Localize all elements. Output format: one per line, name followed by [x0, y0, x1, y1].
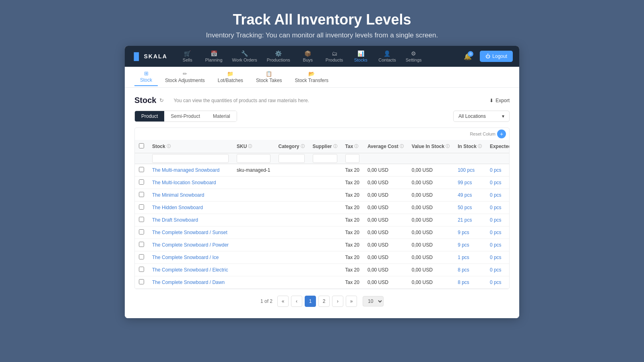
row-supplier-cell — [309, 239, 341, 251]
table-row: The Draft Snowboard Tax 20 0,00 USD 0,00… — [135, 214, 510, 226]
sub-nav-stock[interactable]: ⊞ Stock — [134, 68, 158, 86]
filter-sku-input[interactable] — [237, 154, 270, 163]
row-tax-cell: Tax 20 — [341, 264, 363, 276]
reset-columns-label[interactable]: Reset Colum — [470, 132, 495, 136]
app-container: ▐▌ SKALA 🛒 Sells 📅 Planning 🔧 Work Order… — [125, 46, 519, 318]
row-checkbox-3[interactable] — [139, 204, 144, 210]
row-product-link[interactable]: The Complete Snowboard / Ice — [152, 255, 219, 260]
refresh-icon[interactable]: ↻ — [159, 97, 164, 103]
row-checkbox-0[interactable] — [139, 167, 144, 172]
row-product-link[interactable]: The Complete Snowboard / Electric — [152, 267, 228, 273]
row-checkbox-2[interactable] — [139, 192, 144, 197]
page-last-button[interactable]: » — [346, 296, 357, 307]
per-page-select[interactable]: 10 20 50 — [363, 296, 384, 306]
row-checkbox-7[interactable] — [139, 254, 144, 259]
row-checkbox-4[interactable] — [139, 217, 144, 222]
sub-nav-stock-takes[interactable]: 📋 Stock Takes — [250, 68, 287, 86]
nav-item-products[interactable]: 🗂 Products — [322, 48, 347, 65]
logout-button[interactable]: ⏻ Logout — [480, 51, 513, 62]
row-value-in-stock-cell: 0,00 USD — [408, 214, 454, 226]
row-product-link[interactable]: The Multi-managed Snowboard — [152, 167, 219, 173]
nav-item-planning[interactable]: 📅 Planning — [201, 48, 227, 65]
sub-nav-stock-label: Stock — [140, 77, 152, 83]
nav-item-productions[interactable]: ⚙️ Productions — [263, 48, 294, 65]
row-product-link[interactable]: The Complete Snowboard / Sunset — [152, 230, 227, 235]
lot-batches-subnav-icon: 📁 — [227, 71, 233, 77]
row-value-in-stock-cell: 0,00 USD — [408, 189, 454, 202]
row-product-link[interactable]: The Complete Snowboard / Powder — [152, 242, 229, 248]
hero-subtitle: Inventory Tracking: You can monitor all … — [206, 31, 438, 39]
stock-transfers-subnav-icon: 📂 — [308, 71, 315, 77]
row-in-stock-cell: 1 pcs — [454, 251, 486, 264]
nav-item-sells[interactable]: 🛒 Sells — [175, 48, 200, 65]
row-in-stock-cell: 21 pcs — [454, 214, 486, 226]
row-checkbox-1[interactable] — [139, 179, 144, 185]
select-all-checkbox[interactable] — [139, 143, 144, 148]
row-checkbox-cell — [135, 214, 148, 226]
nav-item-work-orders[interactable]: 🔧 Work Orders — [228, 48, 261, 65]
row-tax-cell: Tax 20 — [341, 239, 363, 251]
row-checkbox-5[interactable] — [139, 229, 144, 234]
row-product-link[interactable]: The Hidden Snowboard — [152, 205, 203, 210]
row-product-link[interactable]: The Draft Snowboard — [152, 217, 198, 223]
filter-stock-input[interactable] — [152, 154, 229, 163]
row-avg-cost-cell: 0,00 USD — [363, 202, 408, 214]
stock-takes-subnav-icon: 📋 — [266, 71, 272, 77]
nav-item-stocks[interactable]: 📊 Stocks — [349, 48, 373, 65]
row-sku-cell — [233, 202, 274, 214]
row-checkbox-6[interactable] — [139, 242, 144, 247]
row-checkbox-8[interactable] — [139, 267, 144, 272]
contacts-icon: 👤 — [384, 50, 390, 57]
page-next-button[interactable]: › — [332, 296, 343, 307]
export-button[interactable]: ⬇ Export — [489, 98, 510, 103]
tab-semi-product[interactable]: Semi-Product — [164, 111, 206, 121]
row-avg-cost-cell: 0,00 USD — [363, 214, 408, 226]
row-tax-cell: Tax 20 — [341, 276, 363, 289]
nav-item-settings[interactable]: ⚙ Settings — [402, 48, 426, 65]
row-supplier-cell — [309, 214, 341, 226]
row-product-link[interactable]: The Minimal Snowboard — [152, 192, 204, 198]
row-tax-cell: Tax 20 — [341, 189, 363, 202]
stock-title: Stock — [134, 96, 156, 105]
sub-nav-adjustments[interactable]: ✏ Stock Adjustments — [159, 68, 211, 86]
row-tax-cell: Tax 20 — [341, 164, 363, 177]
row-expected-cell: 0 pcs — [486, 276, 510, 289]
nav-item-contacts[interactable]: 👤 Contacts — [374, 48, 400, 65]
header-expected: Expected ⓘ — [486, 140, 510, 153]
row-name-cell: The Complete Snowboard / Dawn — [148, 276, 233, 289]
table-row: The Multi-managed Snowboard sku-managed-… — [135, 164, 510, 177]
tax-info-icon: ⓘ — [354, 144, 358, 149]
sub-nav-stock-transfers[interactable]: 📂 Stock Transfers — [289, 68, 334, 86]
page-first-button[interactable]: « — [277, 296, 289, 307]
filter-category-input[interactable] — [279, 154, 305, 163]
work-orders-icon: 🔧 — [241, 50, 248, 57]
filter-supplier-input[interactable] — [313, 154, 337, 163]
row-checkbox-cell — [135, 251, 148, 264]
table-filter-inputs-row — [135, 153, 510, 164]
tab-product[interactable]: Product — [135, 111, 164, 121]
row-product-link[interactable]: The Complete Snowboard / Dawn — [152, 280, 225, 285]
row-checkbox-cell — [135, 202, 148, 214]
header-in-stock: In Stock ⓘ — [454, 140, 486, 153]
row-in-stock-cell: 49 pcs — [454, 189, 486, 202]
nav-item-buys[interactable]: 📦 Buys — [296, 48, 320, 65]
row-sku-cell — [233, 276, 274, 289]
page-prev-button[interactable]: ‹ — [291, 296, 302, 307]
row-tax-cell: Tax 20 — [341, 177, 363, 189]
page-2-button[interactable]: 2 — [318, 296, 330, 307]
row-checkbox-9[interactable] — [139, 279, 144, 284]
row-name-cell: The Complete Snowboard / Powder — [148, 239, 233, 251]
row-supplier-cell — [309, 226, 341, 239]
location-filter[interactable]: All Locations ▾ — [453, 111, 510, 122]
sub-nav-lot-batches[interactable]: 📁 Lot/Batches — [212, 68, 249, 86]
filter-supplier-input-cell — [309, 153, 341, 164]
row-in-stock-cell: 8 pcs — [454, 276, 486, 289]
page-1-button[interactable]: 1 — [305, 296, 316, 307]
add-column-button[interactable]: + — [497, 130, 506, 138]
row-tax-cell: Tax 20 — [341, 202, 363, 214]
row-product-link[interactable]: The Multi-location Snowboard — [152, 180, 216, 185]
nav-bell[interactable]: 🔔 0 — [460, 49, 475, 64]
tab-material[interactable]: Material — [206, 111, 237, 121]
filter-tax-input[interactable] — [345, 154, 359, 163]
header-sku: SKU ⓘ — [233, 140, 274, 153]
